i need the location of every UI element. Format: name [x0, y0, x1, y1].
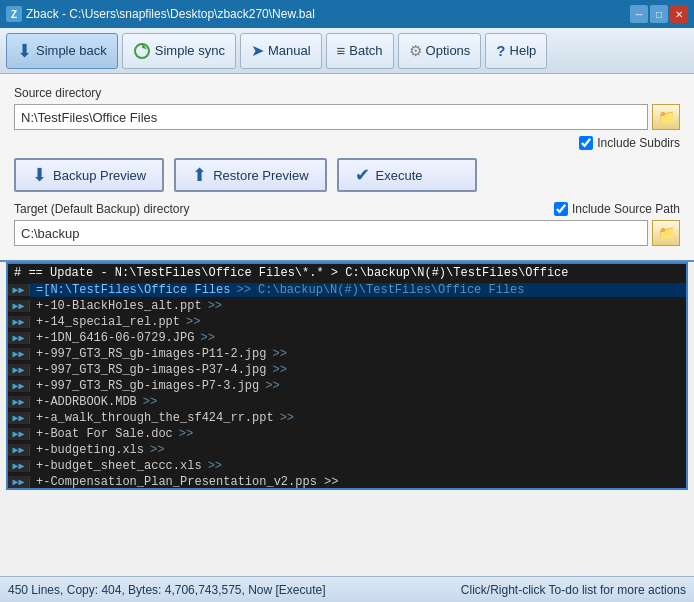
backup-preview-button[interactable]: ⬇ Backup Preview: [14, 158, 164, 192]
target-folder-button[interactable]: 📁: [652, 220, 680, 246]
output-row-content: +-Boat For Sale.doc>>: [30, 427, 686, 441]
action-buttons: ⬇ Backup Preview ⬆ Restore Preview ✔ Exe…: [14, 158, 680, 192]
status-bar: 450 Lines, Copy: 404, Bytes: 4,706,743,5…: [0, 576, 694, 602]
simple-back-label: Simple back: [36, 43, 107, 58]
title-bar: Z Zback - C:\Users\snapfiles\Desktop\zba…: [0, 0, 694, 28]
manual-label: Manual: [268, 43, 311, 58]
execute-label: Execute: [376, 168, 423, 183]
backup-preview-icon: ⬇: [32, 164, 47, 186]
title-bar-left: Z Zback - C:\Users\snapfiles\Desktop\zba…: [6, 6, 315, 22]
output-row-arrow: ▶▶: [8, 348, 30, 360]
options-label: Options: [426, 43, 471, 58]
output-row-content: +-997_GT3_RS_gb-images-P11-2.jpg>>: [30, 347, 686, 361]
close-button[interactable]: ✕: [670, 5, 688, 23]
toolbar: ⬇ Simple back Simple sync ➤ Manual ≡ Bat…: [0, 28, 694, 74]
output-row-content: +-997_GT3_RS_gb-images-P37-4.jpg>>: [30, 363, 686, 377]
output-row-content: +-997_GT3_RS_gb-images-P7-3.jpg>>: [30, 379, 686, 393]
simple-back-button[interactable]: ⬇ Simple back: [6, 33, 118, 69]
minimize-button[interactable]: ─: [630, 5, 648, 23]
restore-preview-icon: ⬆: [192, 164, 207, 186]
app-icon: Z: [6, 6, 22, 22]
output-row-arrow: ▶▶: [8, 396, 30, 408]
gear-icon: ⚙: [409, 42, 422, 60]
output-row: ▶▶+-a_walk_through_the_sf424_rr.ppt>>: [8, 410, 686, 426]
target-directory-input[interactable]: [14, 220, 648, 246]
status-right: Click/Right-click To-do list for more ac…: [461, 583, 686, 597]
output-row-content: +-ADDRBOOK.MDB>>: [30, 395, 686, 409]
batch-icon: ≡: [337, 42, 346, 59]
output-header-text: # == Update - N:\TestFiles\Office Files\…: [14, 266, 569, 280]
output-row-content: +-14_special_rel.ppt>>: [30, 315, 686, 329]
execute-button[interactable]: ✔ Execute: [337, 158, 477, 192]
execute-icon: ✔: [355, 164, 370, 186]
output-row-arrow: ▶▶: [8, 444, 30, 456]
folder-icon: 📁: [658, 225, 675, 241]
backup-preview-label: Backup Preview: [53, 168, 146, 183]
output-row: ▶▶+-10-BlackHoles_alt.ppt>>: [8, 298, 686, 314]
output-header: # == Update - N:\TestFiles\Office Files\…: [8, 264, 686, 282]
output-row-arrow: ▶▶: [8, 460, 30, 472]
manual-button[interactable]: ➤ Manual: [240, 33, 322, 69]
window-title: Zback - C:\Users\snapfiles\Desktop\zback…: [26, 7, 315, 21]
output-row: ▶▶+-ADDRBOOK.MDB>>: [8, 394, 686, 410]
output-row-arrow: ▶▶: [8, 332, 30, 344]
output-row-content: +-1DN_6416-06-0729.JPG>>: [30, 331, 686, 345]
restore-preview-button[interactable]: ⬆ Restore Preview: [174, 158, 326, 192]
down-arrow-icon: ⬇: [17, 40, 32, 62]
output-row-arrow: ▶▶: [8, 316, 30, 328]
output-panel[interactable]: # == Update - N:\TestFiles\Office Files\…: [6, 262, 688, 490]
include-subdirs-row: Include Subdirs: [14, 136, 680, 150]
target-label: Target (Default Backup) directory: [14, 202, 189, 216]
include-subdirs-checkbox[interactable]: [579, 136, 593, 150]
output-row-arrow: ▶▶: [8, 300, 30, 312]
source-label: Source directory: [14, 86, 680, 100]
batch-button[interactable]: ≡ Batch: [326, 33, 394, 69]
main-content: Source directory 📁 Include Subdirs ⬇ Bac…: [0, 74, 694, 262]
output-row-content: +-a_walk_through_the_sf424_rr.ppt>>: [30, 411, 686, 425]
folder-icon: 📁: [658, 109, 675, 125]
output-row: ▶▶+-budget_sheet_accc.xls>>: [8, 458, 686, 474]
simple-sync-button[interactable]: Simple sync: [122, 33, 236, 69]
include-source-path-checkbox[interactable]: [554, 202, 568, 216]
source-directory-input[interactable]: [14, 104, 648, 130]
output-row-arrow: ▶▶: [8, 284, 30, 296]
output-row: ▶▶+-997_GT3_RS_gb-images-P37-4.jpg>>: [8, 362, 686, 378]
status-left: 450 Lines, Copy: 404, Bytes: 4,706,743,5…: [8, 583, 326, 597]
output-row-arrow: ▶▶: [8, 364, 30, 376]
output-row-arrow: ▶▶: [8, 380, 30, 392]
include-source-path-label: Include Source Path: [572, 202, 680, 216]
restore-preview-label: Restore Preview: [213, 168, 308, 183]
output-row: ▶▶=[N:\TestFiles\Office Files>> C:\backu…: [8, 282, 686, 298]
output-row-content: +-budget_sheet_accc.xls>>: [30, 459, 686, 473]
sync-icon: [133, 42, 151, 60]
include-subdirs-label: Include Subdirs: [597, 136, 680, 150]
simple-sync-label: Simple sync: [155, 43, 225, 58]
batch-label: Batch: [349, 43, 382, 58]
output-row-content: +-10-BlackHoles_alt.ppt>>: [30, 299, 686, 313]
source-folder-button[interactable]: 📁: [652, 104, 680, 130]
output-row-content: +-Compensation_Plan_Presentation_v2.pps …: [30, 475, 686, 489]
output-row: ▶▶+-1DN_6416-06-0729.JPG>>: [8, 330, 686, 346]
output-row-content: +-budgeting.xls>>: [30, 443, 686, 457]
output-row-arrow: ▶▶: [8, 412, 30, 424]
output-row-content: =[N:\TestFiles\Office Files>> C:\backup\…: [30, 283, 686, 297]
output-row: ▶▶+-997_GT3_RS_gb-images-P7-3.jpg>>: [8, 378, 686, 394]
output-row: ▶▶+-Boat For Sale.doc>>: [8, 426, 686, 442]
target-directory-row: 📁: [14, 220, 680, 246]
help-icon: ?: [496, 42, 505, 59]
output-row: ▶▶+-Compensation_Plan_Presentation_v2.pp…: [8, 474, 686, 490]
help-button[interactable]: ? Help: [485, 33, 547, 69]
help-label: Help: [510, 43, 537, 58]
svg-point-0: [135, 44, 149, 58]
output-body: ▶▶=[N:\TestFiles\Office Files>> C:\backu…: [8, 282, 686, 490]
title-bar-controls: ─ □ ✕: [630, 5, 688, 23]
maximize-button[interactable]: □: [650, 5, 668, 23]
include-source-path-row: Include Source Path: [554, 202, 680, 216]
output-row: ▶▶+-budgeting.xls>>: [8, 442, 686, 458]
output-row-arrow: ▶▶: [8, 476, 30, 488]
output-row-arrow: ▶▶: [8, 428, 30, 440]
options-button[interactable]: ⚙ Options: [398, 33, 482, 69]
manual-icon: ➤: [251, 41, 264, 60]
output-row: ▶▶+-997_GT3_RS_gb-images-P11-2.jpg>>: [8, 346, 686, 362]
source-directory-row: 📁: [14, 104, 680, 130]
